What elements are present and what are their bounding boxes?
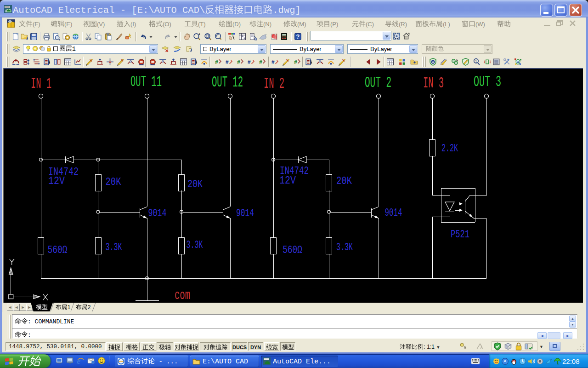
svg-text:9014: 9014 xyxy=(148,207,167,219)
svg-text:#: # xyxy=(294,59,297,65)
svg-text:2.2K: 2.2K xyxy=(441,143,458,155)
svg-text:IN 1: IN 1 xyxy=(31,75,51,92)
svg-text:20K: 20K xyxy=(336,175,352,187)
svg-text:#: # xyxy=(226,59,229,65)
svg-text:560Ω: 560Ω xyxy=(283,244,302,256)
svg-text:3.3K: 3.3K xyxy=(336,242,353,253)
svg-text:560Ω: 560Ω xyxy=(48,244,68,256)
svg-text:IN 2: IN 2 xyxy=(264,75,284,92)
svg-text:20K: 20K xyxy=(106,176,121,188)
svg-text:?: ? xyxy=(296,33,300,40)
svg-text:IN 3: IN 3 xyxy=(423,75,444,92)
svg-text:e: e xyxy=(77,356,80,365)
svg-text:#: # xyxy=(215,59,218,65)
svg-text:3.3K: 3.3K xyxy=(106,242,122,253)
svg-text:9014: 9014 xyxy=(385,207,402,219)
svg-text:12V: 12V xyxy=(279,175,296,187)
svg-text:#: # xyxy=(271,59,275,65)
svg-text:9014: 9014 xyxy=(236,207,254,219)
svg-text:P521: P521 xyxy=(451,229,469,241)
svg-text:OUT 12: OUT 12 xyxy=(212,74,243,91)
svg-text:1: 1 xyxy=(475,59,477,63)
svg-text:com: com xyxy=(175,288,190,303)
svg-text:#: # xyxy=(248,59,251,65)
svg-text:OUT 11: OUT 11 xyxy=(130,73,162,91)
svg-text:20K: 20K xyxy=(187,178,203,190)
svg-text:OUT 3: OUT 3 xyxy=(474,73,501,91)
svg-text:3.3K: 3.3K xyxy=(187,239,203,251)
svg-text:12V: 12V xyxy=(48,175,65,187)
svg-text:#: # xyxy=(259,59,262,65)
svg-text:OUT 2: OUT 2 xyxy=(365,74,391,92)
svg-text:#: # xyxy=(237,59,240,65)
